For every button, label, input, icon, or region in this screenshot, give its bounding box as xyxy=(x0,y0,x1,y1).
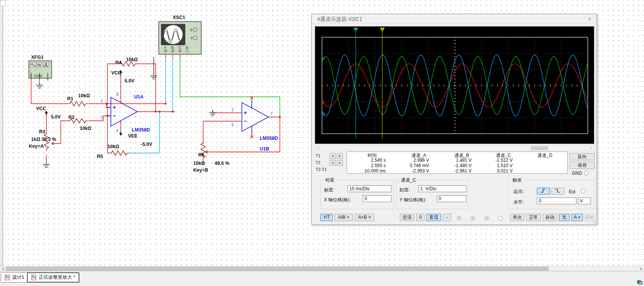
trigger-ext-label: Ext xyxy=(569,189,575,194)
circuit-label: 7 xyxy=(270,112,273,116)
opamp-u1b[interactable] xyxy=(242,96,268,138)
junction-dots xyxy=(106,103,281,118)
reverse-button[interactable]: 反向 xyxy=(570,153,595,160)
tab-design1[interactable]: 设计1 xyxy=(1,272,28,283)
ground-symbol[interactable] xyxy=(150,73,157,79)
tab-sine-shaping[interactable]: 正弦波整形放大 * xyxy=(27,272,79,283)
circuit-label: 10kΩ xyxy=(126,57,138,62)
wire[interactable] xyxy=(180,58,280,117)
button--[interactable]: - xyxy=(443,214,451,221)
trigger-ext-radio[interactable] xyxy=(581,189,586,193)
scope-titlebar[interactable]: 4通道示波器-XSC1 × xyxy=(312,14,597,24)
terminal-t[interactable] xyxy=(193,36,197,40)
scrollbar-thumb[interactable] xyxy=(531,146,548,150)
vcc-symbol-left[interactable] xyxy=(45,111,48,116)
scroll-right-icon[interactable]: › xyxy=(588,146,594,150)
channel-radio-1[interactable] xyxy=(457,216,461,221)
channel-radio-4[interactable] xyxy=(498,216,503,221)
x-position-input[interactable] xyxy=(363,195,391,202)
ground-symbol[interactable] xyxy=(36,82,43,88)
button-y/t[interactable]: Y/T xyxy=(320,214,333,221)
left-panel-edge xyxy=(0,0,3,266)
button-a/b[interactable]: A/B > xyxy=(335,214,353,221)
trigger-level-unit[interactable]: V xyxy=(578,198,591,204)
button-a+b[interactable]: A+B > xyxy=(355,214,374,221)
tray-icon[interactable] xyxy=(637,279,643,285)
ground-symbol[interactable] xyxy=(209,110,216,116)
table-cell: 2.555 s xyxy=(347,163,397,168)
circuit-label: - xyxy=(47,74,48,78)
ground-symbols[interactable] xyxy=(36,73,216,167)
scroll-right-icon[interactable]: ▸ xyxy=(639,267,644,271)
circuit-label: -5.0V xyxy=(141,142,153,147)
resize-grip[interactable] xyxy=(591,219,596,224)
circuit-label: R2 xyxy=(68,115,74,120)
scrollbar-thumb[interactable] xyxy=(6,267,549,271)
circuit-label: 10kΩ xyxy=(193,161,205,166)
table-cell: 2.996 V xyxy=(397,158,440,163)
resistor-r5[interactable] xyxy=(109,151,129,155)
wiper-arrow-r6[interactable] xyxy=(205,151,210,153)
opamp-u1a[interactable] xyxy=(106,97,137,126)
tab-label: 正弦波整形放大 * xyxy=(39,274,75,281)
circuit-label: 5 xyxy=(232,108,234,112)
vee-symbol[interactable] xyxy=(119,131,122,136)
table-header: 通道_D xyxy=(524,152,566,158)
button-a[interactable]: A > xyxy=(571,214,583,221)
channel-radio-3[interactable] xyxy=(485,216,489,221)
scroll-left-icon[interactable]: ‹ xyxy=(315,146,321,150)
close-icon[interactable]: × xyxy=(586,15,593,23)
table-cell: -1.512 V xyxy=(483,158,524,163)
table-header: 通道_A xyxy=(397,152,440,158)
table-cell: -1.480 V xyxy=(440,163,483,168)
cursor-left-button[interactable]: ◄ xyxy=(330,160,336,166)
timebase-scale-input[interactable] xyxy=(347,185,391,192)
save-button[interactable]: 保存 xyxy=(570,162,595,169)
channel-scale-label: 刻度: xyxy=(399,187,410,193)
scope-display-scrollbar[interactable]: ‹ › xyxy=(315,145,594,151)
cursor-left-button[interactable]: ◄ xyxy=(330,153,336,159)
ground-symbol[interactable] xyxy=(43,161,50,167)
wires[interactable] xyxy=(31,52,280,165)
app-horizontal-scrollbar[interactable]: ◂ ▸ xyxy=(0,266,644,271)
button-单次[interactable]: 单次 xyxy=(510,214,524,221)
channel-scale-input[interactable] xyxy=(418,185,466,192)
circuit-label: LM358D xyxy=(132,127,150,133)
resistor-r1[interactable] xyxy=(68,101,88,106)
terminal-g[interactable] xyxy=(193,28,197,32)
timebase-title: 时基 xyxy=(324,177,336,183)
channel-radio-2[interactable] xyxy=(470,216,475,221)
rising-edge-button[interactable] xyxy=(537,188,550,194)
measurement-table: 时间通道_A通道_B通道_C通道_D2.545 s2.996 V1.481 V-… xyxy=(347,152,568,174)
oscilloscope-xsc1-symbol[interactable] xyxy=(159,22,201,54)
wire[interactable] xyxy=(137,64,156,112)
button-0[interactable]: 0 xyxy=(416,214,425,221)
button-正常[interactable]: 正常 xyxy=(526,214,541,221)
button-自动[interactable]: 自动 xyxy=(543,214,557,221)
wiper-arrow-r3[interactable] xyxy=(52,142,57,145)
resistors[interactable] xyxy=(44,62,210,160)
wire[interactable] xyxy=(31,78,68,104)
wire[interactable] xyxy=(203,121,242,144)
trigger-level-input[interactable] xyxy=(537,198,576,204)
circuit-label: 10kΩ xyxy=(107,144,119,149)
falling-edge-button[interactable] xyxy=(551,188,564,194)
button-直流[interactable]: 直流 xyxy=(426,214,441,221)
rising-edge-icon xyxy=(540,188,547,193)
falling-edge-icon xyxy=(554,188,562,193)
table-cell: 3.746 mV xyxy=(397,163,440,168)
circuit-label: LM358D xyxy=(260,136,278,141)
trigger-mode-buttons: 单次正常自动无A >Ext xyxy=(510,214,597,221)
table-header: 通道_C xyxy=(483,152,524,158)
cursor-right-button[interactable]: ► xyxy=(337,153,343,159)
button-无[interactable]: 无 xyxy=(559,214,570,221)
gnd-radio[interactable] xyxy=(584,171,589,175)
cursor-right-button[interactable]: ► xyxy=(337,160,343,166)
wire[interactable] xyxy=(57,121,68,144)
wire[interactable] xyxy=(210,117,280,152)
button-交流[interactable]: 交流 xyxy=(400,214,414,221)
scroll-left-icon[interactable]: ◂ xyxy=(0,267,5,271)
ypos-label: Y 轴位移(格): xyxy=(399,197,426,203)
channel-c-group: 通道_C 刻度: Y 轴位移(格): xyxy=(396,180,468,209)
y-position-input[interactable] xyxy=(437,195,466,202)
